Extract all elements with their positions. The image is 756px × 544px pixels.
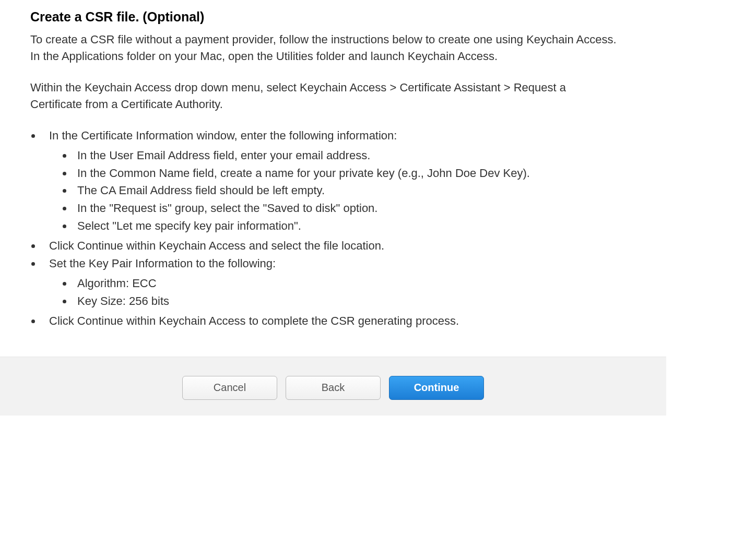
sublist: In the User Email Address field, enter y… bbox=[49, 147, 617, 234]
list-item: Key Size: 256 bits bbox=[73, 293, 617, 310]
list-item: Select "Let me specify key pair informat… bbox=[73, 218, 617, 234]
list-item: In the User Email Address field, enter y… bbox=[73, 147, 617, 164]
footer-buttons: Cancel Back Continue bbox=[0, 357, 666, 416]
list-item: In the Common Name field, create a name … bbox=[73, 165, 617, 182]
list-item-text: In the Certificate Information window, e… bbox=[49, 129, 397, 142]
cancel-button[interactable]: Cancel bbox=[182, 376, 277, 400]
intro-paragraph-2: Within the Keychain Access drop down men… bbox=[30, 79, 617, 113]
sublist: Algorithm: ECC Key Size: 256 bits bbox=[49, 275, 617, 310]
back-button[interactable]: Back bbox=[286, 376, 381, 400]
list-item: Algorithm: ECC bbox=[73, 275, 617, 292]
list-item: In the Certificate Information window, e… bbox=[42, 127, 617, 234]
instruction-list: In the Certificate Information window, e… bbox=[30, 127, 617, 329]
list-item: Set the Key Pair Information to the foll… bbox=[42, 255, 617, 310]
list-item-text: Set the Key Pair Information to the foll… bbox=[49, 257, 276, 270]
list-item: The CA Email Address field should be lef… bbox=[73, 182, 617, 199]
intro-paragraph-1: To create a CSR file without a payment p… bbox=[30, 31, 617, 65]
section-heading: Create a CSR file. (Optional) bbox=[30, 7, 617, 26]
continue-button[interactable]: Continue bbox=[389, 376, 484, 400]
list-item: In the "Request is" group, select the "S… bbox=[73, 200, 617, 217]
instructions-content: Create a CSR file. (Optional) To create … bbox=[0, 0, 647, 357]
list-item: Click Continue within Keychain Access an… bbox=[42, 238, 617, 254]
list-item: Click Continue within Keychain Access to… bbox=[42, 313, 617, 329]
